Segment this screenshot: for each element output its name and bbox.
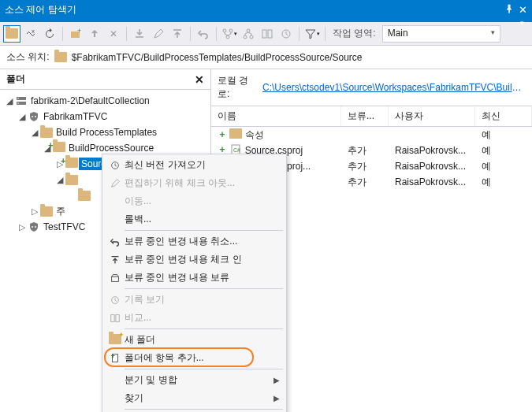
tb-up-btn[interactable] [86,25,103,43]
tb-filter-btn[interactable]: ▾ [303,25,321,43]
menu-label: 찾기 [125,392,273,405]
expand-icon[interactable]: ▷ [17,222,27,232]
expand-icon[interactable]: ◢ [30,128,39,138]
menu-label: 보류 중인 변경 내용 취소... [125,235,280,248]
tree-node[interactable]: ◢fabrikam-2\DefaultCollection [0,93,210,109]
tb-history-btn[interactable] [277,25,295,43]
context-menu: 최신 버전 가져오기편집하기 위해 체크 아웃...이동...롤백...보류 중… [102,154,287,412]
menu-item[interactable]: 보류 중인 변경 내용 취소... [102,232,286,251]
expand-icon[interactable]: ▷ [30,206,39,217]
tree-label: TestTFVC [41,221,87,233]
cell-latest: 예 [475,160,532,173]
checkin-icon [106,254,125,265]
tree-node[interactable]: ◢Build ProcessTemplates [0,124,210,140]
proj-icon [27,110,41,123]
svg-point-6 [244,35,247,39]
tb-undo-btn[interactable] [195,25,212,43]
col-latest[interactable]: 최신 [475,106,532,126]
menu-item[interactable]: 분기 및 병합▶ [102,371,286,389]
tb-checkin-btn[interactable] [169,25,186,43]
refresh-icon [106,160,125,171]
workspace-combo[interactable]: Main [382,25,500,43]
tb-link-btn[interactable]: x [22,25,39,43]
menu-label: 롤백... [125,213,280,226]
menu-item: 이동... [102,192,286,210]
menu-label: 비교... [125,311,280,325]
expand-icon[interactable]: ◢ [5,96,14,106]
svg-point-15 [17,102,19,104]
svg-point-18 [32,226,33,228]
folder-icon [77,191,91,201]
local-path-bar: 로컬 경로: C:\Users\ctsodev1\Source\Workspac… [211,69,532,106]
tb-delete-btn[interactable]: ✕ [105,25,122,43]
tree-label: BuildProcessSource [66,142,156,154]
compare-icon [106,313,125,324]
menu-item[interactable]: 롤백... [102,210,286,228]
col-user[interactable]: 사용자 [389,106,475,126]
menu-label: 보류 중인 변경 내용 보류 [125,271,280,284]
svg-point-17 [35,116,36,117]
pin-icon[interactable] [504,4,514,16]
svg-rect-10 [268,30,272,38]
tb-add-btn[interactable]: + [67,25,84,43]
local-path-link[interactable]: C:\Users\ctsodev1\Source\Workspaces\Fabr… [262,82,526,93]
table-row[interactable]: + 속성예 [211,127,532,143]
cell-pending: 추가 [341,176,389,189]
tb-folder-btn[interactable] [3,25,20,43]
svg-text:C#: C# [233,147,240,153]
menu-item: 기록 보기 [102,291,286,309]
tb-branch-btn[interactable]: ▾ [221,25,238,43]
menu-item[interactable]: 보류 중인 변경 내용 체크 인 [102,251,286,269]
menu-label: 최신 버전 가져오기 [125,158,280,172]
svg-point-14 [17,98,19,99]
svg-point-5 [226,35,229,39]
close-folders-icon[interactable]: ✕ [195,73,204,86]
menu-item[interactable]: 최신 버전 가져오기 [102,156,286,174]
checkout-icon [106,178,125,189]
newfolder-icon: ✦ [106,334,125,347]
tb-merge-btn[interactable] [240,25,257,43]
menu-separator [125,328,283,329]
folder-icon [39,128,54,138]
expand-icon[interactable]: ◢ [17,112,27,122]
menu-label: 이동... [125,195,280,208]
expand-icon[interactable]: ◢ [55,175,65,185]
folder-icon [39,206,54,217]
folders-title: 폴더 [6,72,25,86]
tb-get-btn[interactable] [131,25,148,43]
svg-point-8 [247,29,250,32]
folder-icon [65,175,79,185]
submenu-arrow-icon: ▶ [273,394,280,403]
source-location-label: 소스 위치: [6,50,50,64]
svg-rect-25 [112,277,119,281]
svg-rect-9 [262,30,266,38]
menu-label: 새 폴더 [125,333,280,347]
col-pending[interactable]: 보류... [341,106,389,126]
menu-item[interactable]: 보류 중인 변경 내용 보류 [102,269,286,287]
folder-icon [54,52,67,62]
additem-icon: + [106,353,125,364]
chevron-down-icon[interactable]: ▾ [517,19,527,22]
menu-label: 편집하기 위해 체크 아웃... [125,176,280,190]
svg-text:x: x [32,28,35,35]
folders-header: 폴더 ✕ [0,69,210,90]
menu-item[interactable]: 찾기▶ [102,389,286,407]
svg-rect-27 [111,314,114,321]
tb-compare-btn[interactable] [259,25,276,43]
tb-refresh-btn[interactable] [41,25,58,43]
tree-label: 주 [54,204,68,219]
menu-item[interactable]: ✦새 폴더 [102,331,286,349]
svg-point-3 [223,29,226,32]
title-bar: 소스 제어 탐색기 ✕ [0,0,532,19]
col-name[interactable]: 이름 [211,106,341,126]
menu-item[interactable]: +폴더에 항목 추가... [102,349,286,367]
menu-separator [125,409,283,410]
tree-label: Build ProcessTemplates [54,126,159,139]
tree-node[interactable]: ◢FabrikamTFVC [0,109,210,124]
tb-checkout-btn[interactable] [150,25,167,43]
source-path[interactable]: $FabrikamTFVC/BuildProcessTemplates/Buil… [72,52,526,63]
svg-point-7 [250,35,253,39]
close-icon[interactable]: ✕ [519,4,527,16]
svg-text:+: + [111,353,115,360]
shelve-icon [106,273,125,284]
